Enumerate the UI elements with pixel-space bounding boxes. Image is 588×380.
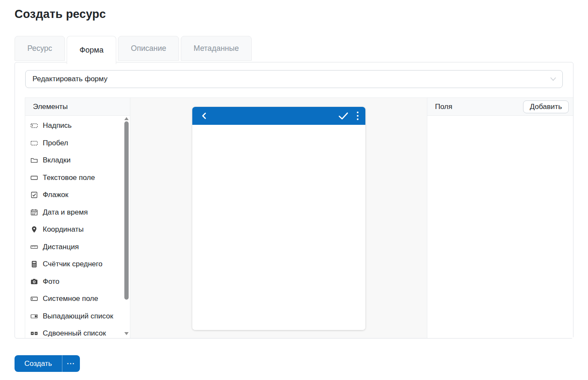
element-item-label: Дата и время [43, 208, 88, 217]
fields-panel-header: Поля Добавить [427, 98, 573, 116]
tab-bar: РесурсФормаОписаниеМетаданные [15, 36, 573, 64]
element-item-label: Фото [43, 277, 59, 286]
elements-panel: Элементы НадписьПробелВкладкиТекстовое п… [25, 98, 130, 338]
element-item-label: Дистанция [43, 243, 79, 251]
calendar-icon [30, 209, 38, 216]
dual-list-icon [30, 330, 38, 337]
chevron-down-icon [550, 77, 556, 81]
scroll-up-arrow-icon[interactable] [124, 117, 129, 120]
create-button[interactable]: Создать [15, 355, 62, 372]
tabs-icon [30, 156, 38, 164]
system-field-icon [30, 295, 38, 303]
more-actions-button[interactable]: ··· [62, 355, 80, 372]
form-tab-panel: Редактировать форму Элементы НадписьПроб… [15, 62, 573, 339]
element-item-label: Сдвоенный список [43, 329, 106, 338]
dropdown-list-icon [30, 312, 38, 320]
element-item-coordinates[interactable]: Координаты [25, 221, 130, 239]
tab-description[interactable]: Описание [118, 36, 179, 61]
form-preview-area [130, 98, 427, 338]
element-item-datetime[interactable]: Дата и время [25, 204, 130, 221]
element-item-label: Системное поле [43, 295, 98, 303]
back-icon [200, 112, 209, 120]
element-item-dropdown-list[interactable]: Выпадающий список [25, 308, 130, 325]
label-icon [30, 122, 38, 130]
form-mode-select-value: Редактировать форму [32, 75, 107, 83]
element-item-photo[interactable]: Фото [25, 273, 130, 291]
element-item-tabs[interactable]: Вкладки [25, 152, 130, 169]
fields-panel-title: Поля [435, 103, 452, 111]
elements-scrollbar[interactable] [123, 116, 129, 338]
preview-toolbar [192, 107, 365, 125]
elements-list-container: НадписьПробелВкладкиТекстовое полеФлажок… [25, 116, 130, 338]
check-icon [337, 111, 349, 121]
form-mode-select[interactable]: Редактировать форму [25, 70, 563, 88]
camera-icon [30, 278, 38, 286]
add-field-button[interactable]: Добавить [523, 100, 569, 113]
form-builder-columns: Элементы НадписьПробелВкладкиТекстовое п… [25, 97, 573, 338]
element-item-text-field[interactable]: Текстовое поле [25, 169, 130, 187]
element-item-dual-list[interactable]: Сдвоенный список [25, 325, 130, 338]
element-item-label: Вкладки [43, 156, 71, 165]
fields-panel: Поля Добавить [427, 98, 573, 338]
element-item-label: Текстовое поле [43, 174, 95, 182]
element-item-label: Координаты [43, 225, 84, 234]
scrollbar-thumb[interactable] [124, 121, 129, 300]
tab-form[interactable]: Форма [67, 36, 116, 64]
mobile-form-preview [192, 107, 365, 330]
elements-list: НадписьПробелВкладкиТекстовое полеФлажок… [25, 116, 130, 338]
tab-metadata[interactable]: Метаданные [181, 36, 252, 61]
element-item-average-counter[interactable]: Счётчик среднего [25, 256, 130, 273]
text-field-icon [30, 174, 38, 182]
space-icon [30, 139, 38, 147]
fields-list-empty [427, 116, 573, 338]
form-preview-canvas[interactable] [192, 125, 365, 330]
calculator-icon [30, 260, 38, 268]
element-item-spacer[interactable]: Пробел [25, 135, 130, 152]
element-item-distance[interactable]: Дистанция [25, 239, 130, 256]
element-item-label: Надпись [43, 121, 72, 130]
create-resource-page: Создать ресурс РесурсФормаОписаниеМетада… [0, 0, 588, 372]
element-item-checkbox[interactable]: Флажок [25, 186, 130, 204]
element-item-label: Счётчик среднего [43, 260, 103, 268]
kebab-menu-icon [356, 111, 359, 121]
bottom-actions: Создать ··· [15, 355, 80, 372]
ruler-icon [30, 243, 38, 251]
element-item-label[interactable]: Надпись [25, 117, 130, 135]
scroll-down-arrow-icon[interactable] [124, 332, 129, 335]
element-item-label: Пробел [43, 139, 68, 147]
elements-panel-header: Элементы [25, 98, 130, 116]
element-item-system-field[interactable]: Системное поле [25, 290, 130, 308]
map-pin-icon [30, 226, 38, 233]
element-item-label: Выпадающий список [43, 312, 113, 321]
tab-resource[interactable]: Ресурс [15, 36, 65, 61]
element-item-label: Флажок [43, 191, 68, 199]
elements-panel-title: Элементы [33, 103, 68, 111]
checkbox-icon [30, 191, 38, 199]
page-title: Создать ресурс [15, 8, 573, 21]
